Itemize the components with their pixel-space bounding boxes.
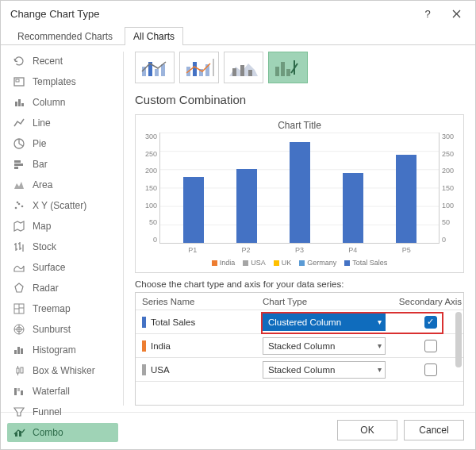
sidebar-item-bar[interactable]: Bar [7, 155, 118, 174]
line-icon [12, 116, 26, 130]
chevron-down-icon: ▾ [378, 365, 382, 374]
sidebar-item-label: Radar [33, 283, 59, 294]
chart-preview: Chart Title 300250200150100500 300250200… [135, 114, 464, 273]
svg-rect-8 [14, 167, 18, 169]
chevron-down-icon: ▾ [378, 317, 382, 326]
svg-rect-18 [17, 347, 20, 354]
chart-category-sidebar: Recent Templates Column Line Pie Bar Are… [1, 45, 123, 412]
surface-icon [12, 260, 26, 275]
legend-item: Total Sales [344, 259, 387, 267]
sidebar-item-pie[interactable]: Pie [7, 134, 118, 153]
sidebar-item-label: Waterfall [33, 386, 70, 397]
tab-recommended[interactable]: Recommended Charts [9, 27, 121, 45]
sidebar-item-label: Column [33, 97, 65, 108]
tab-all-charts[interactable]: All Charts [125, 27, 183, 45]
secondary-axis-checkbox[interactable]: ✓ [424, 316, 437, 329]
map-icon [12, 219, 26, 233]
sidebar-item-surface[interactable]: Surface [7, 258, 118, 277]
svg-marker-13 [15, 283, 23, 292]
svg-rect-40 [281, 62, 285, 76]
sidebar-item-label: Sunburst [33, 324, 71, 335]
series-row-total-sales: Total Sales Clustered Column▾ ✓ [136, 310, 463, 334]
secondary-axis-checkbox[interactable] [424, 340, 437, 352]
svg-point-10 [18, 203, 21, 206]
svg-rect-4 [21, 103, 24, 106]
chart-type-dropdown[interactable]: Stacked Column▾ [263, 337, 386, 355]
svg-point-12 [17, 202, 19, 204]
pie-icon [12, 137, 26, 151]
series-swatch [142, 364, 146, 375]
col-chart-type: Chart Type [263, 297, 397, 306]
sidebar-item-label: Funnel [33, 406, 62, 417]
subtype-clustered-column-line[interactable] [135, 52, 175, 83]
bar [236, 169, 257, 243]
svg-rect-2 [15, 102, 17, 106]
funnel-icon [12, 405, 26, 419]
sidebar-item-funnel[interactable]: Funnel [7, 402, 118, 421]
titlebar: Change Chart Type ? [1, 1, 475, 26]
series-row-usa: USA Stacked Column▾ [136, 358, 463, 382]
scrollbar-thumb[interactable] [455, 312, 462, 367]
sidebar-item-label: Line [33, 117, 51, 129]
cancel-button[interactable]: Cancel [404, 420, 464, 440]
sidebar-item-label: Map [33, 221, 51, 232]
subtype-custom-combination[interactable] [268, 52, 308, 83]
chart-type-dropdown[interactable]: Clustered Column▾ [263, 313, 386, 331]
sidebar-item-map[interactable]: Map [7, 217, 118, 236]
legend-item: USA [243, 259, 266, 267]
sidebar-item-column[interactable]: Column [7, 93, 118, 112]
sidebar-item-label: Recent [33, 56, 63, 67]
x-axis: P1P2P3P4P5 [159, 246, 440, 254]
combo-subtype-row [135, 52, 464, 83]
series-swatch [142, 340, 146, 352]
sidebar-item-area[interactable]: Area [7, 175, 118, 194]
legend-item: Germany [299, 259, 336, 267]
series-swatch [142, 317, 146, 328]
y-axis-left: 300250200150100500 [142, 133, 159, 244]
sidebar-item-label: Stock [33, 241, 56, 252]
area-icon [12, 178, 26, 192]
help-button[interactable]: ? [413, 2, 442, 25]
sidebar-item-waterfall[interactable]: Waterfall [7, 382, 118, 401]
window-title: Change Chart Type [10, 8, 413, 20]
secondary-axis-checkbox[interactable] [424, 363, 437, 376]
svg-rect-1 [16, 79, 19, 82]
radar-icon [12, 281, 26, 295]
series-name: USA [151, 365, 170, 375]
section-title: Custom Combination [135, 93, 464, 106]
bar [343, 173, 363, 243]
sidebar-item-recent[interactable]: Recent [7, 52, 118, 71]
sidebar-item-combo[interactable]: Combo [7, 423, 118, 442]
subtype-clustered-column-line-secondary[interactable] [179, 52, 219, 83]
sidebar-item-sunburst[interactable]: Sunburst [7, 320, 118, 339]
sidebar-item-label: Surface [33, 262, 65, 273]
sidebar-item-line[interactable]: Line [7, 113, 118, 133]
sidebar-item-scatter[interactable]: X Y (Scatter) [7, 196, 118, 215]
bar-icon [12, 157, 26, 171]
templates-icon [12, 75, 26, 89]
legend-item: India [212, 259, 236, 267]
chart-title: Chart Title [142, 120, 457, 131]
chart-type-dropdown[interactable]: Stacked Column▾ [263, 361, 386, 379]
sidebar-item-radar[interactable]: Radar [7, 279, 118, 298]
close-button[interactable] [442, 2, 470, 25]
treemap-icon [12, 302, 26, 316]
subtype-stacked-area-column[interactable] [224, 52, 263, 83]
sidebar-item-templates[interactable]: Templates [7, 72, 118, 91]
combo-icon [12, 425, 26, 440]
col-secondary-axis: Secondary Axis [397, 297, 463, 306]
svg-rect-24 [21, 390, 23, 395]
sidebar-item-box-whisker[interactable]: Box & Whisker [7, 361, 118, 380]
grid-header: Series Name Chart Type Secondary Axis [136, 293, 463, 310]
sidebar-item-label: Histogram [33, 344, 76, 356]
sidebar-item-treemap[interactable]: Treemap [7, 299, 118, 318]
ok-button[interactable]: OK [337, 420, 397, 440]
svg-rect-30 [161, 64, 165, 76]
plot-area [159, 133, 440, 244]
sunburst-icon [12, 322, 26, 337]
sidebar-item-stock[interactable]: Stock [7, 237, 118, 256]
sidebar-item-label: X Y (Scatter) [33, 200, 86, 211]
sidebar-item-label: Templates [33, 76, 76, 87]
svg-rect-7 [14, 163, 23, 166]
sidebar-item-histogram[interactable]: Histogram [7, 340, 118, 360]
